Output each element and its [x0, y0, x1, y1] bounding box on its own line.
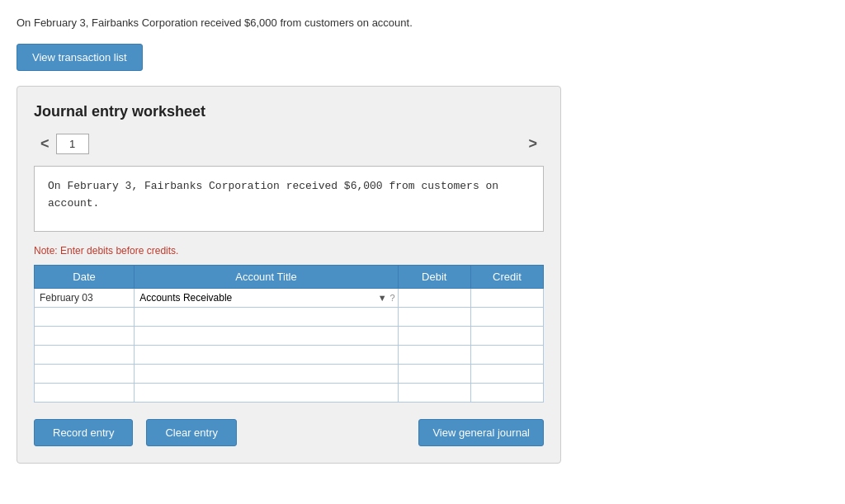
col-header-account: Account Title	[135, 266, 399, 289]
account-cell-4	[135, 346, 399, 365]
table-row	[35, 365, 544, 384]
debit-cell-3	[398, 327, 470, 346]
next-button[interactable]: >	[522, 134, 544, 154]
col-header-date: Date	[35, 266, 135, 289]
debit-input-3[interactable]	[399, 327, 470, 345]
account-input-6[interactable]	[135, 384, 398, 402]
worksheet-container: Journal entry worksheet < 1 > On Februar…	[17, 86, 561, 464]
col-header-debit: Debit	[398, 266, 470, 289]
note-text: Note: Enter debits before credits.	[34, 245, 544, 257]
account-input-4[interactable]	[135, 346, 398, 364]
table-row	[35, 384, 544, 403]
buttons-row: Record entry Clear entry View general jo…	[34, 419, 544, 446]
account-input-1[interactable]	[135, 289, 375, 307]
page-number: 1	[56, 134, 89, 154]
date-cell-3	[35, 327, 135, 346]
date-cell-5	[35, 365, 135, 384]
debit-cell-1	[398, 289, 470, 308]
credit-cell-3	[470, 327, 543, 346]
description-box: On February 3, Fairbanks Corporation rec…	[34, 166, 544, 232]
credit-cell-4	[470, 346, 543, 365]
date-input-2[interactable]	[35, 308, 134, 326]
credit-input-1[interactable]	[471, 289, 543, 307]
worksheet-title: Journal entry worksheet	[34, 103, 544, 120]
credit-input-5[interactable]	[471, 365, 543, 383]
debit-cell-5	[398, 365, 470, 384]
journal-table: Date Account Title Debit Credit February…	[34, 265, 544, 403]
date-input-3[interactable]	[35, 327, 134, 345]
table-row	[35, 346, 544, 365]
date-cell-1: February 03	[35, 289, 135, 308]
credit-cell-5	[470, 365, 543, 384]
dropdown-arrow-1[interactable]: ▼	[375, 293, 390, 303]
intro-text: On February 3, Fairbanks Corporation rec…	[17, 16, 828, 29]
account-cell-6	[135, 384, 399, 403]
credit-input-3[interactable]	[471, 327, 543, 345]
date-cell-2	[35, 308, 135, 327]
account-cell-2	[135, 308, 399, 327]
account-cell-3	[135, 327, 399, 346]
view-general-journal-button[interactable]: View general journal	[418, 419, 544, 446]
view-transaction-button[interactable]: View transaction list	[17, 44, 143, 71]
account-cell-1: ▼ ?	[135, 289, 399, 308]
credit-cell-1	[470, 289, 543, 308]
debit-input-6[interactable]	[399, 384, 470, 402]
debit-input-1[interactable]	[399, 289, 470, 307]
account-input-5[interactable]	[135, 365, 398, 383]
date-cell-4	[35, 346, 135, 365]
credit-cell-2	[470, 308, 543, 327]
table-row: February 03 ▼ ?	[35, 289, 544, 308]
debit-cell-6	[398, 384, 470, 403]
date-cell-6	[35, 384, 135, 403]
credit-input-6[interactable]	[471, 384, 543, 402]
date-input-6[interactable]	[35, 384, 134, 402]
account-cell-5	[135, 365, 399, 384]
date-input-5[interactable]	[35, 365, 134, 383]
col-header-credit: Credit	[470, 266, 543, 289]
debit-cell-4	[398, 346, 470, 365]
debit-cell-2	[398, 308, 470, 327]
credit-input-4[interactable]	[471, 346, 543, 364]
debit-input-2[interactable]	[399, 308, 470, 326]
account-input-3[interactable]	[135, 327, 398, 345]
debit-input-4[interactable]	[399, 346, 470, 364]
date-input-4[interactable]	[35, 346, 134, 364]
table-row	[35, 308, 544, 327]
credit-cell-6	[470, 384, 543, 403]
table-row	[35, 327, 544, 346]
clear-entry-button[interactable]: Clear entry	[146, 419, 237, 446]
nav-row: < 1 >	[34, 134, 544, 154]
prev-button[interactable]: <	[34, 134, 56, 154]
credit-input-2[interactable]	[471, 308, 543, 326]
debit-input-5[interactable]	[399, 365, 470, 383]
account-input-2[interactable]	[135, 308, 398, 326]
question-mark-1: ?	[390, 293, 398, 303]
record-entry-button[interactable]: Record entry	[34, 419, 133, 446]
